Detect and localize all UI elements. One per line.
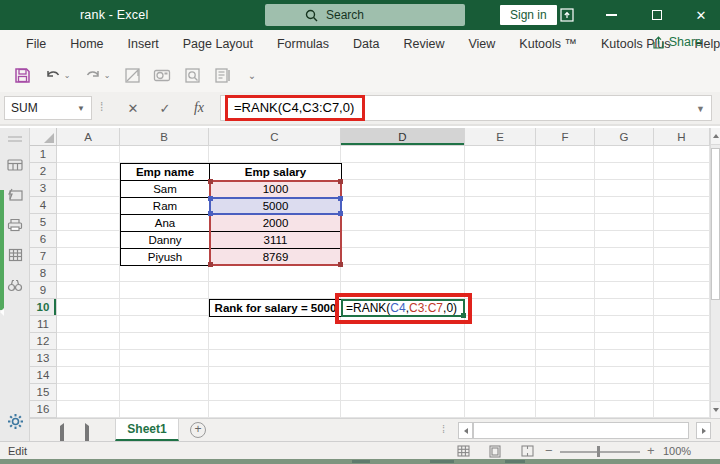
zoom-slider-thumb[interactable] bbox=[597, 446, 600, 457]
grid-cell-A12[interactable] bbox=[57, 333, 120, 350]
grid-cell-G13[interactable] bbox=[595, 350, 654, 367]
pane-drag-handle[interactable] bbox=[8, 136, 22, 144]
zoom-out-button[interactable]: − bbox=[545, 443, 553, 458]
grid-cell-A13[interactable] bbox=[57, 350, 120, 367]
grid-cell-B11[interactable] bbox=[120, 316, 209, 333]
maximize-button[interactable] bbox=[638, 0, 676, 30]
scroll-right-button[interactable] bbox=[696, 422, 711, 439]
redo-dropdown-icon[interactable]: ⌄ bbox=[104, 71, 111, 80]
grid-cell-A2[interactable] bbox=[57, 163, 120, 180]
ribbon-tab-home[interactable]: Home bbox=[58, 31, 115, 57]
ribbon-tab-insert[interactable]: Insert bbox=[116, 31, 171, 57]
grid-cell-H3[interactable] bbox=[654, 180, 710, 197]
grid-cell-D4[interactable] bbox=[341, 197, 465, 214]
row-header-3[interactable]: 3 bbox=[30, 180, 57, 197]
grid-cell-F12[interactable] bbox=[536, 333, 595, 350]
grid-cell-C13[interactable] bbox=[209, 350, 341, 367]
share-button[interactable]: Share bbox=[652, 35, 702, 49]
undo-button[interactable]: ⌄ bbox=[40, 63, 74, 87]
grid-cell-A3[interactable] bbox=[57, 180, 120, 197]
grid-cell-H13[interactable] bbox=[654, 350, 710, 367]
row-header-12[interactable]: 12 bbox=[30, 333, 57, 350]
grid-cell-A10[interactable] bbox=[57, 299, 120, 316]
grid-cell-E4[interactable] bbox=[465, 197, 536, 214]
grid-cell-C11[interactable] bbox=[209, 316, 341, 333]
grid-cell-F4[interactable] bbox=[536, 197, 595, 214]
grid-cell-H2[interactable] bbox=[654, 163, 710, 180]
grid-cell-F9[interactable] bbox=[536, 282, 595, 299]
ribbon-tab-kutools[interactable]: Kutools ™ bbox=[507, 31, 589, 57]
ribbon-tab-data[interactable]: Data bbox=[341, 31, 391, 57]
vertical-scrollbar-thumb[interactable] bbox=[711, 148, 720, 300]
row-header-6[interactable]: 6 bbox=[30, 231, 57, 248]
grid-cell-B12[interactable] bbox=[120, 333, 209, 350]
ribbon-tab-page-layout[interactable]: Page Layout bbox=[171, 31, 265, 57]
grid-cell-F13[interactable] bbox=[536, 350, 595, 367]
grid-cell-D2[interactable] bbox=[341, 163, 465, 180]
grid-cell-A5[interactable] bbox=[57, 214, 120, 231]
scroll-up-button[interactable] bbox=[711, 128, 720, 145]
row-header-1[interactable]: 1 bbox=[30, 146, 57, 163]
kutools-settings-button[interactable] bbox=[6, 412, 24, 430]
find-pane-button[interactable] bbox=[6, 276, 24, 294]
grid-cell-F6[interactable] bbox=[536, 231, 595, 248]
row-header-13[interactable]: 13 bbox=[30, 350, 57, 367]
zoom-level[interactable]: 100% bbox=[663, 445, 691, 457]
column-header-D[interactable]: D bbox=[341, 128, 465, 146]
grid-cell-F1[interactable] bbox=[536, 146, 595, 163]
grid-cell-E16[interactable] bbox=[465, 401, 536, 418]
document-properties-button[interactable] bbox=[210, 63, 234, 87]
grid-cell-F7[interactable] bbox=[536, 248, 595, 265]
grid-cell-H11[interactable] bbox=[654, 316, 710, 333]
emp-name-cell[interactable]: Ana bbox=[121, 215, 210, 232]
row-header-2[interactable]: 2 bbox=[30, 163, 57, 180]
column-header-C[interactable]: C bbox=[209, 128, 341, 146]
grid-cell-H4[interactable] bbox=[654, 197, 710, 214]
insert-function-button[interactable]: fx bbox=[186, 98, 212, 118]
print-preview-button[interactable] bbox=[180, 63, 204, 87]
grid-cell-D7[interactable] bbox=[341, 248, 465, 265]
column-header-F[interactable]: F bbox=[536, 128, 595, 146]
grid-cell-G12[interactable] bbox=[595, 333, 654, 350]
undo-dropdown-icon[interactable]: ⌄ bbox=[64, 71, 71, 80]
grid-cell-H1[interactable] bbox=[654, 146, 710, 163]
grid-cell-H7[interactable] bbox=[654, 248, 710, 265]
grid-cell-F5[interactable] bbox=[536, 214, 595, 231]
row-header-14[interactable]: 14 bbox=[30, 367, 57, 384]
grid-cell-E8[interactable] bbox=[465, 265, 536, 282]
grid-cell-H12[interactable] bbox=[654, 333, 710, 350]
grid-cell-H5[interactable] bbox=[654, 214, 710, 231]
emp-salary-cell[interactable]: 8769 bbox=[210, 249, 342, 266]
grid-cell-F14[interactable] bbox=[536, 367, 595, 384]
emp-salary-cell[interactable]: 2000 bbox=[210, 215, 342, 232]
grid-cell-A11[interactable] bbox=[57, 316, 120, 333]
grid-cell-C16[interactable] bbox=[209, 401, 341, 418]
grid-cell-F11[interactable] bbox=[536, 316, 595, 333]
column-list-pane-button[interactable] bbox=[6, 246, 24, 264]
grid-cell-G8[interactable] bbox=[595, 265, 654, 282]
grid-cell-C1[interactable] bbox=[209, 146, 341, 163]
enter-button[interactable]: ✓ bbox=[152, 98, 178, 118]
grid-cell-A14[interactable] bbox=[57, 367, 120, 384]
redo-button[interactable]: ⌄ bbox=[80, 63, 114, 87]
grid-cell-A7[interactable] bbox=[57, 248, 120, 265]
active-formula-cell-D10[interactable]: =RANK(C4,C3:C7,0) bbox=[341, 299, 465, 317]
grid-cell-C14[interactable] bbox=[209, 367, 341, 384]
grid-cell-F16[interactable] bbox=[536, 401, 595, 418]
column-header-G[interactable]: G bbox=[595, 128, 654, 146]
column-header-H[interactable]: H bbox=[654, 128, 710, 146]
grid-cell-A8[interactable] bbox=[57, 265, 120, 282]
grid-cell-B8[interactable] bbox=[120, 265, 209, 282]
fill-handle[interactable] bbox=[461, 313, 466, 318]
cancel-button[interactable]: ✕ bbox=[120, 98, 146, 118]
column-header-A[interactable]: A bbox=[57, 128, 120, 146]
page-layout-view-button[interactable] bbox=[487, 444, 503, 458]
close-button[interactable]: ✕ bbox=[682, 0, 720, 30]
grid-cell-E6[interactable] bbox=[465, 231, 536, 248]
row-header-10[interactable]: 10 bbox=[30, 299, 57, 316]
emp-name-cell[interactable]: Piyush bbox=[121, 249, 210, 266]
grid-cell-G5[interactable] bbox=[595, 214, 654, 231]
tab-bar-resize-handle[interactable]: ⁞ bbox=[442, 423, 445, 435]
grid-cell-B10[interactable] bbox=[120, 299, 209, 316]
name-box-dropdown-icon[interactable]: ▼ bbox=[77, 104, 85, 113]
